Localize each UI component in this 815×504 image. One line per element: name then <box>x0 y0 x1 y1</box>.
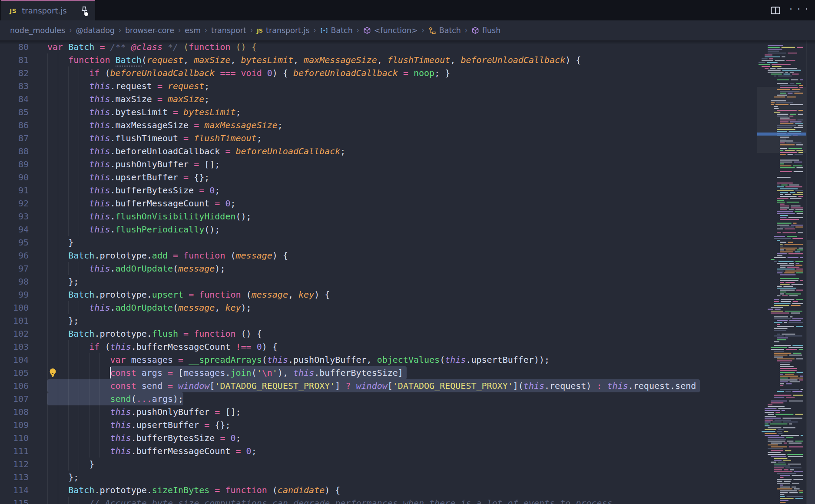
line-number[interactable]: 102 <box>0 327 29 340</box>
code-line[interactable]: this.bufferMessageCount = 0; <box>47 444 757 458</box>
code-line[interactable]: var Batch = /** @class */ (function () { <box>47 40 757 53</box>
code-line[interactable]: this.bufferBytesSize = 0; <box>47 431 757 444</box>
code-text: this.pushOnlyBuffer = []; <box>47 159 220 169</box>
code-row-109: 109 this.upsertBuffer = {}; <box>0 418 757 431</box>
line-number[interactable]: 87 <box>0 132 29 145</box>
code-line[interactable]: Batch.prototype.sizeInBytes = function (… <box>47 484 757 497</box>
line-number[interactable]: 97 <box>0 262 29 275</box>
line-number[interactable]: 92 <box>0 197 29 210</box>
line-number[interactable]: 83 <box>0 80 29 93</box>
tab-transport-js[interactable]: JS transport.js <box>1 0 95 20</box>
line-number[interactable]: 108 <box>0 405 29 418</box>
minimap[interactable] <box>757 40 806 504</box>
line-number[interactable]: 82 <box>0 66 29 80</box>
breadcrumb-item--function-[interactable]: <function> <box>363 26 418 35</box>
code-line[interactable]: Batch.prototype.add = function (message)… <box>47 249 757 262</box>
code-line[interactable]: send(...args); <box>47 392 757 405</box>
code-text: this.flushPeriodically(); <box>47 224 220 235</box>
line-number[interactable]: 106 <box>0 379 29 392</box>
line-number[interactable]: 93 <box>0 210 29 223</box>
scrollbar-slider[interactable] <box>807 240 815 504</box>
line-number[interactable]: 98 <box>0 275 29 288</box>
code-line[interactable]: this.beforeUnloadCallback = beforeUnload… <box>47 145 757 158</box>
line-number[interactable]: 110 <box>0 431 29 444</box>
code-line[interactable]: const send = window['DATADOG_REQUEST_PRO… <box>47 379 757 392</box>
lightbulb-icon[interactable] <box>48 368 58 381</box>
line-number[interactable]: 101 <box>0 314 29 327</box>
line-number[interactable]: 86 <box>0 119 29 132</box>
code-line[interactable]: }; <box>47 275 757 288</box>
code-line[interactable]: if (beforeUnloadCallback === void 0) { b… <box>47 66 757 80</box>
code-line[interactable]: Batch.prototype.flush = function () { <box>47 327 757 340</box>
breadcrumb-item-transport-js[interactable]: JStransport.js <box>257 26 310 35</box>
code-line[interactable]: this.maxSize = maxSize; <box>47 93 757 106</box>
line-number[interactable]: 96 <box>0 249 29 262</box>
code-line[interactable]: this.addOrUpdate(message); <box>47 262 757 275</box>
code-line[interactable]: this.request = request; <box>47 80 757 93</box>
line-number[interactable]: 88 <box>0 145 29 158</box>
more-actions-button[interactable]: · · · <box>789 4 809 14</box>
code-line[interactable]: } <box>47 458 757 471</box>
line-number[interactable]: 105 <box>0 366 29 379</box>
breadcrumb-label: @datadog <box>76 26 115 35</box>
breadcrumb-item-transport[interactable]: transport <box>211 26 246 35</box>
code-line[interactable]: }; <box>47 471 757 484</box>
line-number[interactable]: 113 <box>0 471 29 484</box>
line-number[interactable]: 81 <box>0 53 29 66</box>
code-line[interactable]: } <box>47 236 757 249</box>
code-line[interactable]: this.bufferBytesSize = 0; <box>47 184 757 197</box>
breadcrumb-item-esm[interactable]: esm <box>185 26 201 35</box>
line-number[interactable]: 100 <box>0 301 29 314</box>
code-line[interactable]: var messages = __spreadArrays(this.pushO… <box>47 353 757 366</box>
code-line[interactable]: }; <box>47 314 757 327</box>
code-line[interactable]: this.upsertBuffer = {}; <box>47 418 757 431</box>
code-text: this.upsertBuffer = {}; <box>47 172 209 182</box>
breadcrumb-separator-icon: › <box>178 25 181 35</box>
line-number[interactable]: 84 <box>0 93 29 106</box>
line-number[interactable]: 111 <box>0 444 29 458</box>
code-line[interactable]: this.maxMessageSize = maxMessageSize; <box>47 119 757 132</box>
code-line[interactable]: this.flushPeriodically(); <box>47 223 757 236</box>
code-line[interactable]: this.upsertBuffer = {}; <box>47 171 757 184</box>
line-number[interactable]: 95 <box>0 236 29 249</box>
code-line[interactable]: // Accurate byte size computations can d… <box>47 497 757 504</box>
code-line[interactable]: function Batch(request, maxSize, bytesLi… <box>47 53 757 66</box>
code-line[interactable]: this.flushOnVisibilityHidden(); <box>47 210 757 223</box>
breadcrumb-item--datadog[interactable]: @datadog <box>76 26 115 35</box>
pin-icon[interactable] <box>80 6 89 16</box>
line-number[interactable]: 103 <box>0 340 29 353</box>
breadcrumb-item-node-modules[interactable]: node_modules <box>10 26 65 35</box>
line-number[interactable]: 80 <box>0 40 29 53</box>
code-line[interactable]: this.pushOnlyBuffer = []; <box>47 158 757 171</box>
code-text: }; <box>47 315 79 326</box>
breadcrumb-item-batch[interactable]: Batch <box>320 26 353 35</box>
code-text: this.bufferMessageCount = 0; <box>47 446 257 456</box>
code-line[interactable]: const args = [messages.join('\n'), this.… <box>47 366 757 379</box>
code-line[interactable]: this.bytesLimit = bytesLimit; <box>47 106 757 119</box>
line-number[interactable]: 99 <box>0 288 29 301</box>
code-line[interactable]: this.pushOnlyBuffer = []; <box>47 405 757 418</box>
line-number[interactable]: 109 <box>0 418 29 431</box>
breadcrumb-separator-icon: › <box>250 25 253 35</box>
breadcrumb-label: node_modules <box>10 26 65 35</box>
code-line[interactable]: this.bufferMessageCount = 0; <box>47 197 757 210</box>
line-number[interactable]: 90 <box>0 171 29 184</box>
code-editor[interactable]: 80var Batch = /** @class */ (function ()… <box>0 40 757 504</box>
code-line[interactable]: this.addOrUpdate(message, key); <box>47 301 757 314</box>
line-number[interactable]: 94 <box>0 223 29 236</box>
code-line[interactable]: Batch.prototype.upsert = function (messa… <box>47 288 757 301</box>
code-line[interactable]: this.flushTimeout = flushTimeout; <box>47 132 757 145</box>
line-number[interactable]: 114 <box>0 484 29 497</box>
breadcrumb-item-flush[interactable]: flush <box>471 26 500 35</box>
line-number[interactable]: 89 <box>0 158 29 171</box>
line-number[interactable]: 115 <box>0 497 29 504</box>
breadcrumb-item-browser-core[interactable]: browser-core <box>125 26 174 35</box>
line-number[interactable]: 107 <box>0 392 29 405</box>
line-number[interactable]: 112 <box>0 458 29 471</box>
line-number[interactable]: 91 <box>0 184 29 197</box>
line-number[interactable]: 104 <box>0 353 29 366</box>
line-number[interactable]: 85 <box>0 106 29 119</box>
breadcrumb-item-batch[interactable]: Batch <box>428 26 461 35</box>
code-line[interactable]: if (this.bufferMessageCount !== 0) { <box>47 340 757 353</box>
split-editor-button[interactable] <box>770 5 781 16</box>
